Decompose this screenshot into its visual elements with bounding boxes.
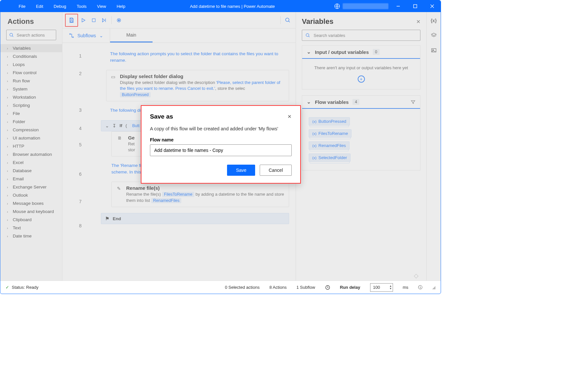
cancel-button[interactable]: Cancel xyxy=(260,165,292,176)
status-subflows: 1 Subflow xyxy=(296,285,315,290)
spinner-arrows[interactable]: ▲▼ xyxy=(389,285,392,290)
dialog-title: Save as xyxy=(150,113,173,120)
resize-grip[interactable]: ◢ xyxy=(432,285,435,290)
status-ok-icon: ✓ xyxy=(6,285,9,290)
run-delay-label: Run delay xyxy=(340,285,360,290)
status-text: Status: Ready xyxy=(12,285,39,290)
svg-rect-2 xyxy=(414,5,417,8)
window-minimize[interactable] xyxy=(391,0,405,12)
status-actions: 8 Actions xyxy=(270,285,287,290)
menu-view[interactable]: View xyxy=(92,1,111,11)
titlebar: File Edit Debug Tools View Help Add date… xyxy=(0,0,441,12)
menu-debug[interactable]: Debug xyxy=(48,1,71,11)
save-as-dialog: Save as ✕ A copy of this flow will be cr… xyxy=(141,105,301,184)
menu-help[interactable]: Help xyxy=(111,1,131,11)
dialog-description: A copy of this flow will be created and … xyxy=(150,126,292,131)
window-close[interactable] xyxy=(425,0,439,12)
menu-tools[interactable]: Tools xyxy=(72,1,92,11)
flow-name-input[interactable] xyxy=(150,144,292,156)
flow-name-label: Flow name xyxy=(150,137,292,142)
save-button[interactable]: Save xyxy=(227,165,255,176)
run-delay-value: 100 xyxy=(373,285,380,290)
status-selected: 0 Selected actions xyxy=(225,285,259,290)
window-title: Add datetime to file names | Power Autom… xyxy=(131,4,334,9)
menu-bar: File Edit Debug Tools View Help xyxy=(0,1,131,11)
run-delay-unit: ms xyxy=(403,285,408,290)
dialog-close-button[interactable]: ✕ xyxy=(287,114,292,120)
status-bar: ✓ Status: Ready 0 Selected actions 8 Act… xyxy=(0,281,441,294)
run-delay-input[interactable]: 100 ▲▼ xyxy=(370,283,393,292)
menu-edit[interactable]: Edit xyxy=(31,1,48,11)
info-icon[interactable]: ⓘ xyxy=(418,285,422,290)
menu-file[interactable]: File xyxy=(13,1,31,11)
clock-icon xyxy=(325,285,330,290)
account-name-blurred xyxy=(343,3,388,9)
account-icon[interactable] xyxy=(334,3,340,9)
window-maximize[interactable] xyxy=(408,0,422,12)
